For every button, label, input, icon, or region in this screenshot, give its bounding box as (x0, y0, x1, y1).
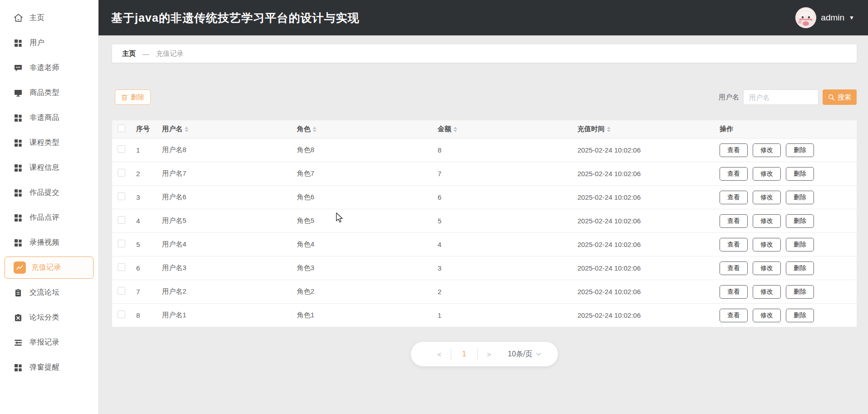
edit-button[interactable]: 修改 (753, 261, 781, 275)
cell-username: 用户名1 (162, 311, 297, 320)
sidebar-item-label: 作品点评 (30, 213, 59, 222)
view-button[interactable]: 查看 (720, 309, 748, 322)
cell-time: 2025-02-24 10:02:06 (577, 264, 720, 272)
cell-role: 角色6 (297, 193, 438, 202)
next-page-button[interactable]: > (478, 350, 501, 358)
edit-button[interactable]: 修改 (753, 309, 781, 322)
row-delete-button[interactable]: 删除 (786, 191, 814, 204)
search-button[interactable]: 搜索 (823, 89, 857, 105)
row-checkbox[interactable] (118, 263, 125, 271)
recharge-records-table: 序号 用户名 角色 金额 充值时间 操作 1 用户名8 角色8 8 2025-0… (112, 120, 857, 327)
page-size-select[interactable]: 10条/页 (508, 350, 541, 359)
clipboard-x-icon (13, 313, 23, 323)
user-menu[interactable]: admin ▼ (795, 0, 854, 35)
sidebar-item-videos[interactable]: 录播视频 (0, 230, 98, 255)
sort-icon[interactable] (454, 127, 457, 132)
row-delete-button[interactable]: 删除 (786, 214, 814, 228)
cell-role: 角色3 (297, 264, 438, 272)
sidebar-item-popup-reminders[interactable]: 弹窗提醒 (0, 355, 98, 380)
view-button[interactable]: 查看 (720, 238, 748, 251)
sidebar-item-report-records[interactable]: 举报记录 (0, 330, 98, 355)
cell-username: 用户名3 (162, 264, 297, 272)
sidebar-item-teachers[interactable]: 非遗老师 (0, 55, 98, 80)
column-header-username[interactable]: 用户名 (162, 125, 297, 133)
sidebar-item-users[interactable]: 用户 (0, 30, 98, 55)
cell-username: 用户名4 (162, 240, 297, 249)
view-button[interactable]: 查看 (720, 214, 748, 228)
row-checkbox[interactable] (118, 287, 125, 295)
cell-role: 角色2 (297, 287, 438, 296)
view-button[interactable]: 查看 (720, 285, 748, 299)
column-header-role[interactable]: 角色 (297, 125, 438, 133)
cell-amount: 5 (438, 217, 577, 225)
avatar[interactable] (795, 7, 816, 28)
sidebar-item-products[interactable]: 非遗商品 (0, 105, 98, 130)
table-row: 5 用户名4 角色4 4 2025-02-24 10:02:06 查看修改删除 (112, 233, 857, 256)
view-button[interactable]: 查看 (720, 261, 748, 275)
delete-button[interactable]: 删除 (115, 89, 151, 105)
page-title: 基于java的非遗传统技艺学习平台的设计与实现 (111, 10, 360, 25)
sidebar-item-course-info[interactable]: 课程信息 (0, 155, 98, 180)
sidebar-item-work-submit[interactable]: 作品提交 (0, 180, 98, 205)
edit-button[interactable]: 修改 (753, 285, 781, 299)
breadcrumb-home[interactable]: 主页 (122, 49, 136, 58)
row-checkbox[interactable] (118, 240, 125, 247)
cell-username: 用户名8 (162, 146, 297, 154)
row-checkbox[interactable] (118, 216, 125, 224)
column-header-amount[interactable]: 金额 (438, 125, 577, 133)
prev-page-button[interactable]: < (428, 350, 451, 358)
sidebar-item-label: 交流论坛 (30, 288, 59, 297)
row-checkbox[interactable] (118, 192, 125, 200)
column-header-time[interactable]: 充值时间 (577, 125, 720, 133)
row-checkbox[interactable] (118, 145, 125, 153)
sidebar-item-forum-categories[interactable]: 论坛分类 (0, 305, 98, 330)
row-checkbox[interactable] (118, 310, 125, 318)
username-filter-input[interactable] (743, 89, 819, 105)
sort-icon[interactable] (185, 127, 188, 132)
select-all-checkbox[interactable] (118, 124, 125, 132)
trash-icon (121, 94, 128, 101)
edit-button[interactable]: 修改 (753, 214, 781, 228)
toolbar: 删除 用户名 搜索 (112, 89, 857, 105)
view-button[interactable]: 查看 (720, 191, 748, 204)
row-delete-button[interactable]: 删除 (786, 309, 814, 322)
row-delete-button[interactable]: 删除 (786, 167, 814, 181)
sidebar-item-work-review[interactable]: 作品点评 (0, 205, 98, 230)
view-button[interactable]: 查看 (720, 143, 748, 157)
view-button[interactable]: 查看 (720, 167, 748, 181)
sidebar-item-product-types[interactable]: 商品类型 (0, 80, 98, 105)
grid-icon (13, 113, 23, 123)
edit-button[interactable]: 修改 (753, 143, 781, 157)
cell-amount: 8 (438, 146, 577, 154)
sidebar-item-forum[interactable]: 交流论坛 (0, 280, 98, 305)
sidebar-item-recharge-records[interactable]: 充值记录 (5, 256, 94, 279)
row-delete-button[interactable]: 删除 (786, 285, 814, 299)
cell-role: 角色5 (297, 217, 438, 225)
sidebar-item-course-types[interactable]: 课程类型 (0, 130, 98, 155)
sidebar-item-home[interactable]: 主页 (0, 5, 98, 30)
row-delete-button[interactable]: 删除 (786, 238, 814, 251)
trend-icon (14, 261, 26, 274)
cell-username: 用户名2 (162, 287, 297, 296)
username-label: admin (821, 13, 844, 23)
page-number-current[interactable]: 1 (451, 350, 477, 358)
chat-icon (13, 63, 23, 73)
edit-button[interactable]: 修改 (753, 191, 781, 204)
row-delete-button[interactable]: 删除 (786, 143, 814, 157)
edit-button[interactable]: 修改 (753, 167, 781, 181)
search-icon (828, 94, 835, 101)
cell-username: 用户名6 (162, 193, 297, 202)
sidebar-item-label: 主页 (30, 13, 44, 23)
cell-time: 2025-02-24 10:02:06 (577, 241, 720, 248)
pagination: < 1 > 10条/页 (411, 342, 558, 366)
table-row: 8 用户名1 角色1 1 2025-02-24 10:02:06 查看修改删除 (112, 304, 857, 327)
row-checkbox[interactable] (118, 169, 125, 177)
edit-button[interactable]: 修改 (753, 238, 781, 251)
sidebar-item-label: 非遗老师 (30, 63, 59, 73)
sort-icon[interactable] (313, 127, 316, 132)
row-delete-button[interactable]: 删除 (786, 261, 814, 275)
sidebar-item-label: 用户 (30, 38, 44, 48)
sidebar-item-label: 录播视频 (30, 238, 59, 247)
cell-time: 2025-02-24 10:02:06 (577, 311, 720, 319)
sort-icon[interactable] (607, 127, 611, 132)
